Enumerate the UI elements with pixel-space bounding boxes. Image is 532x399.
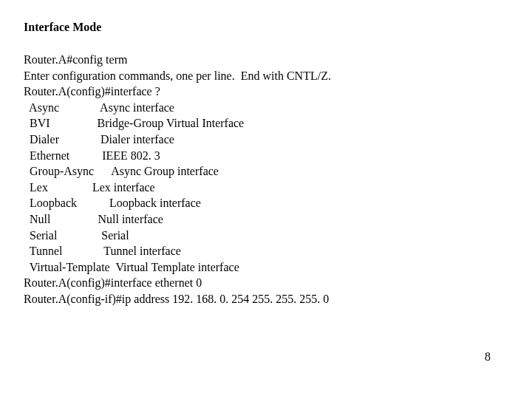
- terminal-line: Router.A(config)#interface ethernet 0: [24, 275, 508, 291]
- terminal-block: Router.A#config term Enter configuration…: [24, 52, 508, 307]
- terminal-line: Loopback Loopback interface: [24, 195, 508, 211]
- terminal-line: Router.A(config-if)#ip address 192. 168.…: [24, 291, 508, 307]
- terminal-line: Router.A#config term: [24, 52, 508, 68]
- terminal-line: Enter configuration commands, one per li…: [24, 68, 508, 84]
- terminal-line: Tunnel Tunnel interface: [24, 243, 508, 259]
- terminal-line: Dialer Dialer interface: [24, 132, 508, 148]
- page-number: 8: [485, 350, 491, 364]
- terminal-line: Ethernet IEEE 802. 3: [24, 148, 508, 164]
- page-title: Interface Mode: [24, 21, 508, 34]
- terminal-line: Router.A(config)#interface ?: [24, 83, 508, 100]
- terminal-line: Null Null interface: [24, 211, 508, 228]
- terminal-line: Group-Async Async Group interface: [24, 163, 508, 180]
- terminal-line: Lex Lex interface: [24, 180, 508, 196]
- terminal-line: Serial Serial: [24, 228, 508, 244]
- terminal-line: BVI Bridge-Group Virtual Interface: [24, 115, 508, 132]
- terminal-line: Async Async interface: [24, 100, 508, 116]
- terminal-line: Virtual-Template Virtual Template interf…: [24, 259, 508, 276]
